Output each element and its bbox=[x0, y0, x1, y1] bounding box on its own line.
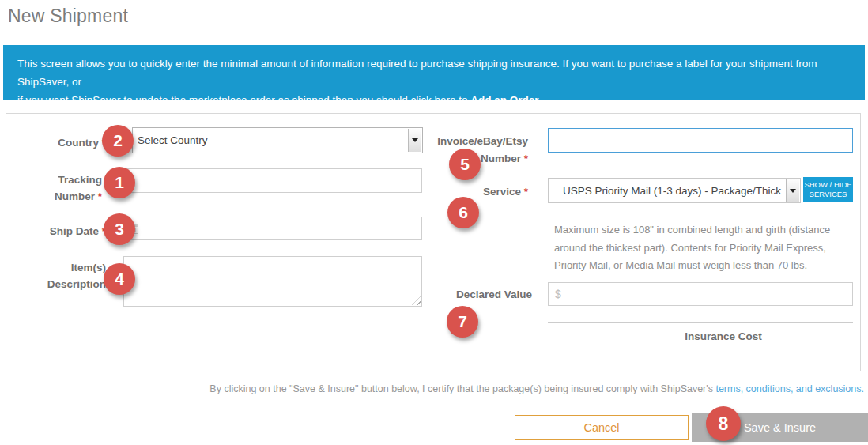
annotation-badge-8: 8 bbox=[706, 406, 741, 441]
annotation-badge-6: 6 bbox=[447, 197, 479, 228]
terms-conditions-link[interactable]: terms, conditions, and exclusions. bbox=[715, 383, 864, 394]
insurance-cost-divider bbox=[548, 322, 853, 323]
invoice-number-input[interactable] bbox=[548, 128, 853, 153]
tracking-number-input[interactable] bbox=[123, 168, 422, 193]
service-select-value: USPS Priority Mail (1-3 days) - Package/… bbox=[549, 179, 784, 202]
service-select[interactable]: USPS Priority Mail (1-3 days) - Package/… bbox=[548, 178, 801, 203]
annotation-badge-1: 1 bbox=[104, 167, 135, 198]
country-select-value: Select Country bbox=[133, 128, 406, 153]
ship-date-label: Ship Date * bbox=[6, 223, 106, 239]
cancel-button[interactable]: Cancel bbox=[515, 415, 689, 440]
banner-text-line2: if you want ShipSaver to update the mark… bbox=[17, 94, 470, 106]
tracking-number-label: Tracking Number * bbox=[6, 172, 102, 205]
country-select[interactable]: Select Country bbox=[132, 127, 423, 153]
ship-date-input[interactable] bbox=[123, 217, 422, 240]
item-description-textarea[interactable] bbox=[123, 256, 422, 307]
declared-value-label: Declared Value bbox=[386, 286, 532, 303]
info-banner: This screen allows you to quickly enter … bbox=[3, 45, 865, 100]
declared-value-input[interactable] bbox=[548, 282, 853, 306]
annotation-badge-7: 7 bbox=[447, 306, 478, 338]
page-title: New Shipment bbox=[8, 6, 128, 27]
required-asterisk: * bbox=[524, 153, 528, 164]
item-description-label: Item(s) Description bbox=[6, 259, 106, 292]
chevron-down-icon[interactable] bbox=[786, 179, 799, 202]
banner-text-line1: This screen allows you to quickly enter … bbox=[17, 58, 817, 88]
annotation-badge-5: 5 bbox=[449, 149, 481, 180]
shipment-form-panel: Country * Select Country 2 Tracking Numb… bbox=[6, 113, 861, 371]
show-hide-services-button[interactable]: SHOW / HIDE SERVICES bbox=[803, 177, 853, 202]
required-asterisk: * bbox=[524, 186, 528, 198]
annotation-badge-4: 4 bbox=[104, 263, 135, 295]
certify-text: By clicking on the "Save & Insure" butto… bbox=[209, 383, 864, 394]
country-label: Country * bbox=[6, 134, 106, 151]
banner-text-suffix: . bbox=[539, 94, 542, 106]
annotation-badge-2: 2 bbox=[102, 125, 134, 157]
annotation-badge-3: 3 bbox=[104, 213, 135, 245]
insurance-cost-label: Insurance Cost bbox=[589, 330, 858, 342]
new-shipment-page: New Shipment This screen allows you to q… bbox=[0, 0, 868, 445]
service-help-text: Maximum size is 108" in combined length … bbox=[554, 221, 855, 275]
required-asterisk: * bbox=[98, 190, 102, 202]
add-an-order-link[interactable]: Add an Order bbox=[470, 94, 538, 106]
